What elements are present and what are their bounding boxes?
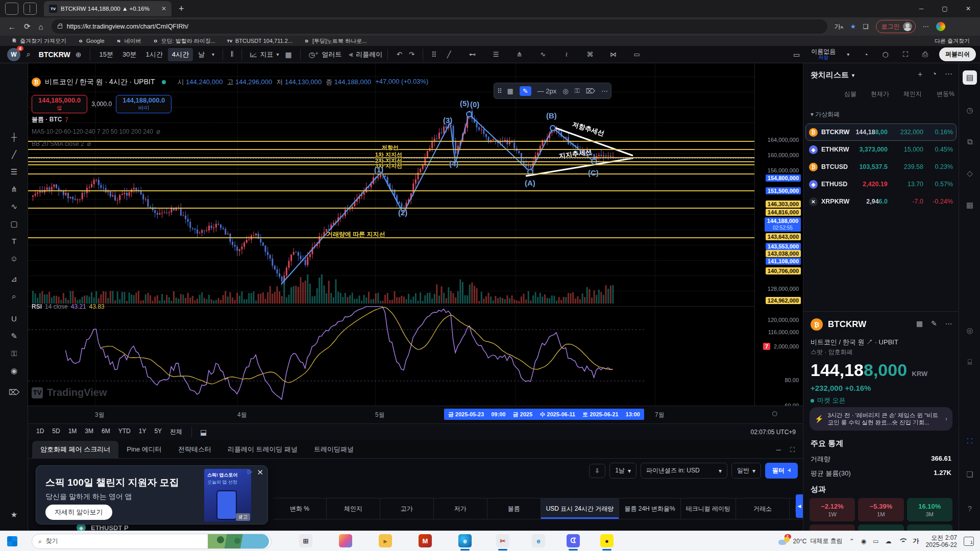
indicators-chevron-icon[interactable]: ▾ — [277, 52, 279, 57]
sidebar-icon[interactable]: ▦ — [963, 198, 977, 212]
sidebar-icon[interactable]: ◎ — [963, 323, 977, 338]
screener-column-header[interactable]: 볼륨 — [487, 498, 541, 519]
taskbar-app-icon[interactable]: ᗧ — [567, 534, 580, 547]
settings-gear-icon[interactable]: ⬡ — [883, 51, 889, 59]
watchlist-title[interactable]: 왓치리스트▾ — [811, 70, 854, 80]
address-bar[interactable]: https://kr.tradingview.com/chart/CmIQFIR… — [52, 19, 827, 34]
preset-select[interactable]: 일반 ▾ — [731, 463, 761, 479]
favorite-drawing-tool-icon[interactable]: ☰ — [490, 51, 502, 58]
lock-icon[interactable]: ⚿ — [575, 87, 580, 95]
symbol-fullname[interactable]: 비트코인 / 한국 원 ↗ · UPBIT — [811, 338, 898, 347]
pie-allocation-icon[interactable]: ◔ — [932, 69, 937, 79]
range-button[interactable]: 6M — [97, 426, 114, 438]
watchlist-row[interactable]: ₿ BTCKRW 144,188,00 232,000 0.16% — [805, 123, 957, 141]
axis-settings-gear-icon[interactable]: ⬡ — [772, 410, 777, 417]
replay-icon[interactable]: ⪡ — [349, 50, 353, 59]
drawing-tool-icon[interactable]: ☺ — [0, 254, 28, 263]
hidden-icons-chevron[interactable]: ⌃ — [849, 538, 854, 545]
taskbar-app-icon[interactable] — [339, 534, 352, 547]
favorite-drawing-tool-icon[interactable]: ⋈ — [607, 51, 620, 58]
favorite-drawing-tool-icon[interactable]: ╱ — [443, 51, 455, 58]
taskbar-app-icon[interactable]: ✂ — [496, 534, 509, 547]
drawing-tool-icon[interactable]: ┼ — [0, 133, 28, 141]
layout-save[interactable]: 이름없음 저장 — [811, 49, 836, 60]
bottom-tab[interactable]: 트레이딩패널 — [306, 441, 362, 458]
sidebar-icon[interactable]: ⸬ — [963, 434, 977, 448]
sidebar-icon[interactable]: ▤ — [963, 70, 977, 85]
ad-close-icon[interactable]: ✕ — [257, 468, 263, 477]
sidebar-icon[interactable]: ? — [963, 501, 977, 515]
tv-user-avatar[interactable]: W 4 — [7, 48, 20, 61]
chart-style-icon[interactable]: 𝄃𝄀 — [231, 50, 233, 59]
sidebar-icon[interactable]: ⧉ — [963, 135, 977, 149]
compare-add-icon[interactable]: ⊕ — [76, 51, 82, 59]
interval-button[interactable]: 날 — [194, 48, 209, 61]
watchlist-row[interactable]: ◆ ETHKRW 3,373,000 15,000 0.45% — [805, 141, 957, 158]
drawing-tool-icon[interactable]: ◉ — [0, 366, 28, 375]
watchlist-row[interactable]: ◆ ETHUSD 2,420.19 13.70 0.57% — [805, 176, 957, 193]
ad-thumbnail[interactable]: 스픽! 앱스토어 오늘의 앱 선정 광고 — [204, 469, 251, 522]
symbol-search-icon[interactable]: ⌕ — [27, 50, 31, 59]
layout-name[interactable]: 이름없음 — [811, 49, 836, 55]
drawing-tool-icon[interactable]: ⊿ — [0, 274, 28, 284]
ime-indicator[interactable]: 가 — [913, 537, 919, 545]
weather-widget[interactable]: 1 20°C 대체로 흐림 — [778, 537, 843, 546]
copilot-icon[interactable] — [936, 22, 945, 31]
range-button[interactable]: 전체 — [166, 426, 186, 438]
drawing-tool-icon[interactable]: ⌕ — [0, 292, 28, 301]
taskbar-app-icon[interactable]: e — [458, 534, 472, 547]
taskbar-app-icon[interactable]: M — [419, 534, 432, 547]
price-scale[interactable]: 164,000,000 160,000,000 156,000,000 154,… — [754, 63, 803, 406]
home-icon[interactable]: ⌂ — [39, 22, 43, 31]
screener-column-header[interactable]: 변화 % — [273, 498, 327, 519]
bookmark-item[interactable]: N 네이버 — [116, 37, 141, 45]
favorite-drawing-tool-icon[interactable]: ⌘ — [584, 51, 596, 58]
bookmark-item[interactable]: ⎘ 즐겨찾기 가져오기 — [11, 37, 66, 45]
layout-grid-icon[interactable]: ▦ — [507, 87, 513, 95]
screener-column-header[interactable]: 고가 — [380, 498, 434, 519]
save-label[interactable]: 저장 — [811, 55, 836, 60]
bookmark-item[interactable]: TV BTCUSDT 104,711.2... — [227, 37, 292, 45]
filter-button[interactable]: 필터 ⫞ — [765, 463, 798, 479]
favorite-drawing-tool-icon[interactable]: ⋔ — [513, 51, 526, 58]
range-button[interactable]: 1Y — [135, 426, 151, 438]
favorite-drawing-tool-icon[interactable]: ▭ — [631, 51, 643, 58]
sidebar-icon[interactable]: ◷ — [963, 103, 977, 117]
extensions-icon[interactable]: ❑ — [863, 23, 869, 30]
read-aloud-icon[interactable]: 가A — [835, 22, 843, 31]
back-icon[interactable]: ← — [8, 22, 16, 31]
drawing-tool-icon[interactable]: ☰ — [0, 167, 28, 177]
replay-button[interactable]: 리플레이 — [356, 50, 382, 59]
maximize-button[interactable]: ▢ — [933, 1, 957, 17]
screener-column-header[interactable]: 볼륨 24H 변화율% — [619, 498, 680, 519]
range-button[interactable]: 3M — [81, 426, 97, 438]
publish-button[interactable]: 퍼블리쉬 — [939, 47, 976, 61]
tab-close-icon[interactable]: ✕ — [161, 5, 166, 12]
drawing-tool-icon[interactable]: ✎ — [0, 332, 28, 341]
add-symbol-icon[interactable]: ＋ — [916, 69, 924, 79]
login-button[interactable]: 로그인 — [876, 20, 916, 33]
delete-icon[interactable]: ⌦ — [586, 87, 595, 95]
start-button[interactable] — [7, 536, 17, 546]
drawing-tool-icon[interactable]: ⋔ — [0, 185, 28, 194]
brush-icon[interactable]: ✎ — [520, 86, 531, 96]
collapse-arrow[interactable]: ◀ — [796, 494, 803, 518]
interval-button[interactable]: 30분 — [118, 48, 140, 61]
tab-actions-icon[interactable] — [23, 3, 37, 15]
ad-choices-icon[interactable]: ▷ — [248, 468, 252, 475]
alert-icon[interactable]: ◷⁺ — [309, 51, 319, 59]
taskbar-app-icon[interactable]: ● — [600, 534, 614, 547]
range-button[interactable]: YTD — [114, 426, 135, 438]
range-button[interactable]: 1M — [64, 426, 81, 438]
interval-button[interactable]: 1시간 — [141, 48, 166, 61]
taskbar-app-icon[interactable]: ⊞ — [299, 534, 312, 547]
ad-banner[interactable]: 스픽 100일 챌린지 지원자 모집 당신을 말하게 하는 영어 앱 자세히 알… — [36, 465, 268, 524]
drawing-tool-icon[interactable]: ★ — [0, 510, 28, 519]
layout-chevron-icon[interactable]: ▾ — [847, 52, 849, 57]
drawing-tool-icon[interactable]: ∿ — [0, 202, 28, 211]
drawing-tool-icon[interactable]: ▢ — [0, 219, 28, 229]
watchlist-more-icon[interactable]: ⋯ — [945, 69, 952, 79]
drawing-tool-icon[interactable]: T — [0, 237, 28, 245]
drawing-tool-icon[interactable]: U — [0, 314, 28, 323]
sidebar-icon[interactable]: ❏ — [963, 467, 977, 482]
